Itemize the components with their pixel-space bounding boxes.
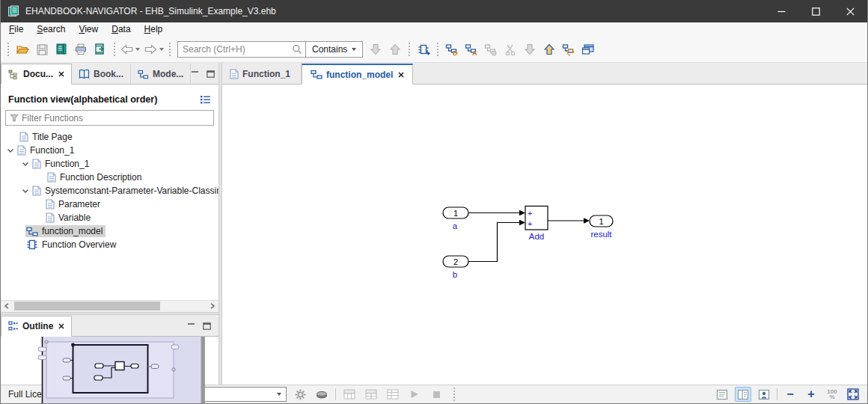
maximize-panel-icon[interactable] [203, 322, 211, 330]
fit-to-screen-icon[interactable] [845, 387, 861, 402]
save-icon[interactable] [32, 40, 52, 59]
gear-icon[interactable] [292, 387, 308, 402]
database-icon[interactable] [314, 387, 330, 402]
filter-functions-input[interactable] [22, 113, 213, 123]
scrollbar-thumb[interactable] [14, 302, 160, 310]
tree-item-function-1-sub[interactable]: Function_1 [1, 157, 218, 171]
tree-item-label: Variable [58, 212, 91, 223]
toolbar-grip [409, 43, 410, 56]
scrollbar-track[interactable] [13, 300, 207, 312]
outline-thumbnail[interactable] [1, 337, 217, 404]
view-menu-icon[interactable] [200, 95, 213, 104]
outport-block-result[interactable]: 1 result [590, 215, 613, 239]
model-reload-icon[interactable] [559, 40, 578, 59]
menu-view[interactable]: View [72, 23, 105, 36]
single-page-view-icon[interactable] [714, 387, 730, 402]
tree-item-function-1[interactable]: Function_1 [1, 144, 218, 157]
search-input[interactable] [178, 44, 289, 55]
tab-label: function_model [326, 70, 393, 80]
expander-down-icon[interactable] [19, 189, 31, 193]
tree-item-function-overview[interactable]: Function Overview [1, 238, 218, 251]
tree-item-variable[interactable]: Variable [1, 211, 218, 224]
minimize-icon[interactable] [764, 0, 798, 22]
show-names-a-icon[interactable]: A [462, 40, 481, 59]
tree-item-title-page[interactable]: Title Page [1, 130, 218, 144]
measurement-matrix-icon[interactable] [363, 387, 379, 402]
find-next-icon[interactable] [366, 40, 385, 59]
menu-search[interactable]: Search [30, 23, 72, 36]
minimize-panel-icon[interactable] [187, 322, 195, 330]
maximize-icon[interactable] [798, 0, 833, 22]
window-title: EHANDBOOK-NAVIGATOR - EHB_Simulink_Examp… [25, 6, 276, 16]
tab-models[interactable]: Mode... [131, 64, 191, 85]
outport-number: 1 [599, 217, 603, 226]
tree-item-systemconstant[interactable]: Systemconstant-Parameter-Variable-Classi… [1, 184, 218, 198]
minimize-panel-icon[interactable] [191, 70, 199, 78]
ebook-icon[interactable] [52, 40, 71, 59]
sum-op-bottom: + [528, 219, 532, 228]
menu-data[interactable]: Data [105, 23, 137, 36]
horizontal-scrollbar[interactable] [1, 300, 218, 312]
close-icon[interactable] [398, 72, 404, 78]
menu-help[interactable]: Help [138, 23, 170, 36]
cascade-windows-icon[interactable] [578, 40, 598, 59]
menu-file[interactable]: File [2, 23, 30, 36]
show-data-d-icon[interactable]: D [442, 40, 462, 59]
maximize-panel-icon[interactable] [207, 70, 215, 78]
zoom-in-icon[interactable]: + [803, 387, 819, 402]
stop-icon[interactable] [428, 387, 444, 402]
tab-bookmarks[interactable]: Book... [72, 64, 131, 85]
play-icon[interactable] [406, 387, 423, 402]
expander-down-icon[interactable] [4, 149, 16, 153]
back-history-icon[interactable] [135, 48, 140, 51]
close-icon[interactable] [833, 0, 867, 22]
svg-text:D: D [453, 49, 458, 56]
close-icon[interactable] [58, 323, 64, 329]
tree-item-parameter[interactable]: Parameter [1, 198, 218, 211]
ehandbook-logo-icon [7, 5, 19, 17]
inport-block-b[interactable]: 2 b [443, 256, 468, 279]
sum-block-add[interactable]: + + Add [525, 206, 548, 242]
zoom-100-icon[interactable]: 100 % [824, 387, 840, 402]
tree-item-function-model[interactable]: function_model [1, 224, 218, 238]
scroll-left-icon[interactable] [1, 300, 13, 312]
toolbar-grip [169, 43, 171, 56]
back-icon[interactable] [119, 40, 134, 59]
chip-icon [26, 239, 38, 250]
forward-history-icon[interactable] [159, 48, 164, 51]
export-up-icon[interactable] [540, 40, 559, 59]
print-icon[interactable] [71, 40, 91, 59]
tab-label: Mode... [153, 69, 183, 79]
export-ebook-icon[interactable] [91, 40, 110, 59]
expander-down-icon[interactable] [19, 162, 31, 166]
model-block-icon[interactable] [414, 40, 433, 59]
function-view-title: Function view(alphabetical order) [8, 94, 157, 105]
tab-outline[interactable]: Outline [1, 316, 72, 337]
toolbar-grip [437, 43, 438, 56]
split-page-view-icon[interactable] [735, 387, 751, 402]
forward-icon[interactable] [143, 40, 158, 59]
tab-function-model[interactable]: function_model [302, 64, 413, 85]
model-icon [26, 227, 38, 236]
open-folder-icon[interactable] [13, 40, 32, 59]
find-previous-icon[interactable] [385, 40, 405, 59]
hide-block-icon[interactable] [481, 40, 501, 59]
table-view-icon[interactable] [385, 387, 401, 402]
tree-item-function-description[interactable]: Function Description [1, 171, 218, 184]
function-tree: Title Page Function_1 Function_1 [1, 129, 218, 300]
outline-icon [8, 321, 19, 331]
calibration-matrix-icon[interactable] [341, 387, 358, 402]
model-canvas[interactable]: 1 a 2 b + + Add [222, 85, 867, 385]
contains-dropdown[interactable]: Contains [306, 42, 362, 57]
cut-model-icon[interactable] [501, 40, 520, 59]
zoom-out-icon[interactable]: − [782, 387, 798, 402]
tab-documents[interactable]: Docu... [1, 64, 72, 85]
search-icon[interactable] [289, 44, 305, 55]
close-icon[interactable] [58, 71, 64, 77]
tab-function-1[interactable]: Function_1 [222, 64, 302, 85]
inport-block-a[interactable]: 1 a [443, 207, 468, 230]
reader-view-icon[interactable] [756, 387, 772, 402]
import-down-icon[interactable] [520, 40, 540, 59]
scroll-right-icon[interactable] [207, 300, 218, 312]
tree-item-label: Title Page [32, 132, 73, 142]
